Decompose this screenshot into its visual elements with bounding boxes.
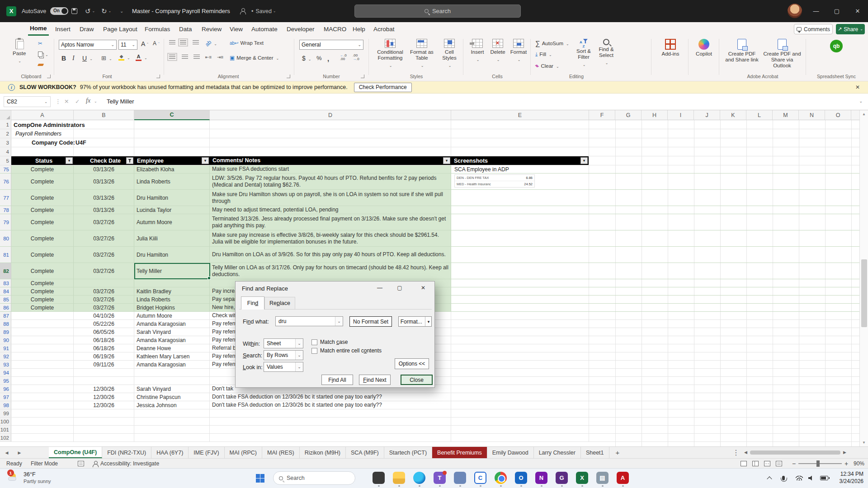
- row-number[interactable]: 1: [0, 120, 11, 129]
- cell-screenshot[interactable]: [451, 336, 589, 344]
- col-D[interactable]: D: [210, 110, 451, 120]
- cell-screenshot[interactable]: [451, 401, 589, 409]
- cell-employee[interactable]: Amanda Karagosian: [134, 320, 210, 328]
- cell-screenshot[interactable]: [451, 279, 589, 287]
- tab-formulas[interactable]: Formulas: [143, 22, 172, 36]
- row-number[interactable]: 99: [0, 409, 11, 417]
- cell-date[interactable]: 06/18/26: [74, 344, 134, 352]
- cell-status[interactable]: [11, 393, 74, 401]
- tray-hidden-icons[interactable]: [768, 468, 771, 488]
- delete-cells-button[interactable]: ✕ Delete: [488, 39, 507, 63]
- cell-date[interactable]: 12/30/26: [74, 385, 134, 393]
- find-select-button[interactable]: Find & Select: [596, 39, 617, 66]
- cell-status[interactable]: [11, 328, 74, 336]
- col-G[interactable]: G: [615, 110, 642, 120]
- bold-button[interactable]: B: [61, 55, 66, 62]
- cell-A2-subtitle[interactable]: Payroll Reminders: [15, 131, 61, 137]
- cell-date[interactable]: 03/13/26: [74, 165, 134, 173]
- microphone-icon[interactable]: [782, 468, 785, 488]
- row-number[interactable]: 95: [0, 377, 11, 385]
- check-date-sort-filter-button[interactable]: [126, 157, 133, 164]
- fill-color-button[interactable]: ◆: [118, 54, 130, 61]
- clipboard-dialog-launcher[interactable]: [47, 75, 51, 78]
- cell-screenshot[interactable]: [451, 206, 589, 214]
- hscroll-left-icon[interactable]: ◀: [744, 450, 747, 455]
- italic-button[interactable]: I: [72, 55, 75, 62]
- options-button[interactable]: Options <<: [395, 358, 429, 369]
- cell-status[interactable]: Complete: [11, 230, 74, 246]
- scroll-up-icon[interactable]: ▲: [860, 110, 868, 116]
- cell-employee[interactable]: Bridget Hopkins: [134, 304, 210, 311]
- cell-employee[interactable]: Amanda Karagosian: [134, 361, 210, 368]
- table-row-77[interactable]: 77Complete03/13/26Dru HamiltonMake sure …: [0, 190, 859, 206]
- autosum-button[interactable]: ∑AutoSum: [535, 39, 569, 47]
- tab-automate[interactable]: Automate: [250, 22, 279, 36]
- cell-status[interactable]: Complete: [11, 206, 74, 214]
- close-button[interactable]: ✕: [847, 0, 868, 22]
- cell-date[interactable]: 12/30/26: [74, 393, 134, 401]
- check-performance-button[interactable]: Check Performance: [354, 83, 412, 92]
- cell-status[interactable]: Complete: [11, 296, 74, 303]
- select-all-corner[interactable]: [0, 110, 11, 120]
- underline-button[interactable]: U: [82, 55, 93, 62]
- cell-employee[interactable]: Autumn Moore: [134, 214, 210, 230]
- row-number[interactable]: 97: [0, 393, 11, 401]
- paste-button[interactable]: Paste: [13, 39, 26, 64]
- col-H[interactable]: H: [642, 110, 668, 120]
- row-number[interactable]: 86: [0, 304, 11, 311]
- taskbar-onenote-icon[interactable]: N: [535, 472, 547, 484]
- dialog-maximize-icon[interactable]: ▢: [391, 282, 408, 294]
- cell-status[interactable]: Complete: [11, 263, 74, 279]
- cell-screenshot[interactable]: [451, 361, 589, 368]
- taskbar-excel-icon[interactable]: X: [576, 472, 588, 484]
- middle-align-button[interactable]: [180, 40, 186, 45]
- col-N[interactable]: N: [799, 110, 825, 120]
- row-3[interactable]: 3: [0, 138, 859, 147]
- cell-comment[interactable]: Telly Miller on LOA as of 3/17/26. Only …: [210, 263, 451, 279]
- sheet-tab-larry-chessler[interactable]: Larry Chessler: [534, 447, 581, 458]
- tab-page-layout[interactable]: Page Layout: [101, 22, 139, 36]
- row-number[interactable]: 75: [0, 165, 11, 173]
- cell-date[interactable]: 03/13/26: [74, 190, 134, 206]
- col-F[interactable]: F: [589, 110, 615, 120]
- add-sheet-button[interactable]: +: [609, 447, 626, 458]
- cell-status[interactable]: [11, 385, 74, 393]
- number-format-combo[interactable]: General: [299, 40, 363, 50]
- create-pdf-share-link-button[interactable]: Create PDF and Share link: [723, 39, 760, 63]
- font-name-combo[interactable]: Aptos Narrow: [59, 40, 117, 50]
- cell-screenshot[interactable]: [451, 385, 589, 393]
- row-number[interactable]: 83: [0, 279, 11, 287]
- cell-date[interactable]: 03/27/26: [74, 304, 134, 311]
- sheet-tab-haa[interactable]: HAA (6Y7): [151, 447, 189, 458]
- font-size-combo[interactable]: 11: [118, 40, 137, 50]
- insert-cells-button[interactable]: Insert: [468, 39, 486, 63]
- volume-icon[interactable]: [808, 468, 813, 488]
- cell-comment[interactable]: Terminated 3/13/26. Jess already process…: [210, 214, 451, 230]
- cell-status[interactable]: Complete: [11, 247, 74, 263]
- table-row-101[interactable]: 101: [0, 426, 859, 434]
- font-color-button[interactable]: A: [136, 54, 147, 61]
- row-number[interactable]: 77: [0, 190, 11, 206]
- row-number[interactable]: 94: [0, 369, 11, 376]
- row-number[interactable]: 92: [0, 352, 11, 360]
- comma-format-button[interactable]: ,: [327, 55, 329, 62]
- copilot-button[interactable]: Copilot: [692, 39, 716, 57]
- cell-status[interactable]: [11, 401, 74, 409]
- row-4[interactable]: 4: [0, 147, 859, 156]
- row-number[interactable]: 2: [0, 129, 11, 138]
- table-row-75[interactable]: 75Complete03/13/26Elizabeth KlohaMake su…: [0, 165, 859, 174]
- row-number[interactable]: 81: [0, 247, 11, 263]
- cell-comment[interactable]: Make sure Dru Hamilton shows up on payro…: [210, 190, 451, 206]
- cell-employee[interactable]: Julia Kiili: [134, 230, 210, 246]
- col-I[interactable]: I: [668, 110, 694, 120]
- number-dialog-launcher[interactable]: [361, 75, 364, 78]
- cell-employee[interactable]: Jessica Johnson: [134, 401, 210, 409]
- col-K[interactable]: K: [720, 110, 746, 120]
- table-row-81[interactable]: 81Complete03/27/26Dru HamiltonDru Hamilt…: [0, 247, 859, 263]
- zoom-out-button[interactable]: −: [792, 459, 796, 469]
- percent-format-button[interactable]: %: [316, 55, 322, 61]
- taskbar-acrobat-icon[interactable]: A: [617, 472, 629, 484]
- col-E[interactable]: E: [451, 110, 589, 120]
- quick-access-menu-icon[interactable]: ⌄: [118, 0, 123, 22]
- cell-screenshot[interactable]: [451, 352, 589, 360]
